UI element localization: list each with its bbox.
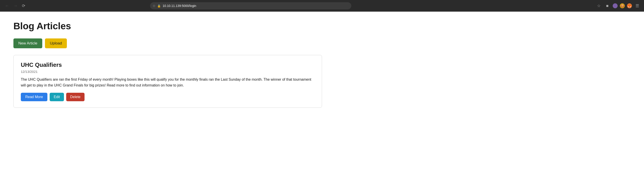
- menu-button[interactable]: ☰: [634, 3, 640, 9]
- dashlane-button[interactable]: ■: [604, 3, 610, 9]
- url-path: 5000/login: [182, 4, 196, 8]
- avatar-orange[interactable]: 🦊: [627, 3, 632, 8]
- action-buttons: New Article Upload: [14, 38, 322, 48]
- avatar-gold[interactable]: 🍪: [620, 3, 625, 8]
- back-icon: ←: [5, 4, 9, 8]
- article-actions: Read More Edit Delete: [21, 93, 314, 101]
- article-body: The UHC Qualifiers are ran the first Fri…: [21, 77, 314, 88]
- reload-icon: ⟳: [22, 3, 25, 8]
- upload-button[interactable]: Upload: [45, 38, 67, 48]
- page-content: Blog Articles New Article Upload UHC Qua…: [0, 12, 336, 121]
- article-card: UHC Qualifiers 12/13/2021 The UHC Qualif…: [14, 55, 322, 108]
- article-title: UHC Qualifiers: [21, 62, 314, 68]
- read-more-button[interactable]: Read More: [21, 93, 48, 101]
- bookmark-icon: ☆: [597, 3, 600, 8]
- dashlane-icon: ■: [606, 4, 609, 8]
- bookmark-button[interactable]: ☆: [596, 3, 602, 9]
- delete-button[interactable]: Delete: [66, 93, 84, 101]
- edit-button[interactable]: Edit: [50, 93, 64, 101]
- address-bar[interactable]: ☉ 🔒 10.10.11.139:5000/login: [150, 2, 351, 10]
- new-article-button[interactable]: New Article: [14, 38, 42, 48]
- avatar-purple[interactable]: [613, 3, 618, 8]
- menu-icon: ☰: [636, 3, 639, 8]
- forward-icon: →: [14, 4, 18, 8]
- browser-actions: ☆ ■ 🍪 🦊 ☰: [596, 3, 640, 9]
- lock-icon: 🔒: [157, 4, 161, 8]
- browser-chrome: ← → ⟳ ☉ 🔒 10.10.11.139:5000/login ☆ ■ 🍪 …: [0, 0, 644, 12]
- page-title: Blog Articles: [14, 20, 322, 32]
- back-button[interactable]: ←: [4, 3, 10, 9]
- reload-button[interactable]: ⟳: [20, 2, 26, 9]
- shield-icon: ☉: [153, 4, 156, 8]
- url-text: 10.10.11.139:5000/login: [162, 4, 348, 8]
- forward-button[interactable]: →: [12, 3, 19, 9]
- nav-buttons: ← → ⟳: [4, 2, 26, 9]
- article-date: 12/13/2021: [21, 70, 314, 74]
- url-host: 10.10.11.139:: [162, 4, 182, 8]
